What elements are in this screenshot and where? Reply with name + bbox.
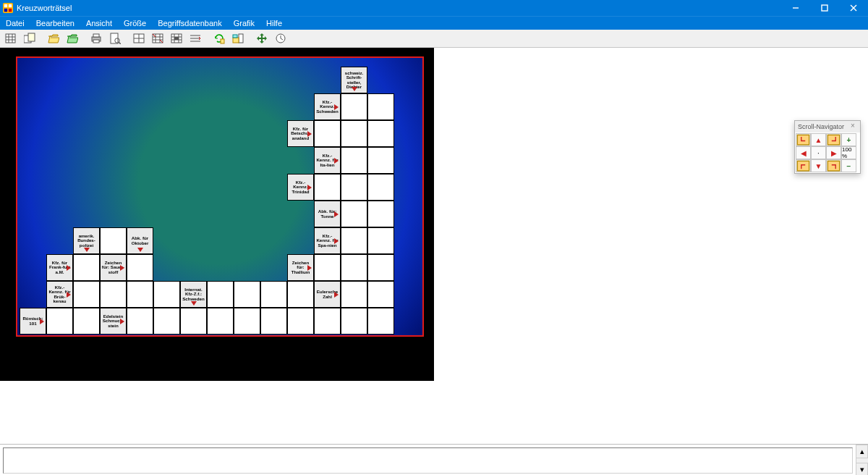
crossword-cell[interactable]	[314, 120, 341, 147]
crossword-cell[interactable]	[367, 174, 394, 201]
crossword-cell[interactable]	[234, 281, 260, 308]
crossword-cell[interactable]	[314, 174, 341, 201]
crossword-clue[interactable]: Zeichen für: Sauer-stoff	[100, 254, 127, 281]
crossword-cell[interactable]	[127, 281, 153, 308]
tb-grid-mode-b[interactable]	[149, 30, 166, 47]
nav-center[interactable]: ·	[811, 146, 826, 159]
crossword-clue[interactable]: Eulersche Zahl	[314, 281, 341, 308]
tb-save[interactable]	[64, 30, 81, 47]
scroll-down-button[interactable]: ▾	[856, 463, 868, 475]
nav-topright[interactable]	[826, 133, 841, 146]
crossword-cell[interactable]	[127, 254, 153, 281]
crossword-cell[interactable]	[234, 308, 260, 335]
crossword-cell[interactable]	[341, 254, 367, 281]
nav-left[interactable]: ◀	[796, 146, 811, 159]
menu-bearbeiten[interactable]: Bearbeiten	[30, 17, 80, 30]
crossword-clue[interactable]: Zeichen für: Thallium	[287, 254, 314, 281]
crossword-cell[interactable]	[367, 308, 394, 335]
crossword-cell[interactable]	[341, 281, 367, 308]
nav-zoom-out[interactable]: −	[841, 159, 856, 172]
crossword-cell[interactable]	[180, 308, 207, 335]
crossword-clue[interactable]: Internat. Kfz-Z.f.: Schweden	[180, 281, 207, 308]
tb-view-db[interactable]	[229, 30, 247, 47]
crossword-clue[interactable]: Kfz.-Kennz. für Spa-nien	[314, 227, 341, 254]
crossword-cell[interactable]	[341, 227, 367, 254]
crossword-clue[interactable]: amerik. Bundes-polizei	[73, 227, 100, 254]
crossword-cell[interactable]	[341, 174, 367, 201]
crossword-cell[interactable]	[100, 281, 127, 308]
menu-hilfe[interactable]: Hilfe	[260, 17, 288, 30]
crossword-cell[interactable]	[367, 120, 394, 147]
crossword-cell[interactable]	[367, 93, 394, 120]
crossword-cell[interactable]	[100, 227, 127, 254]
crossword-cell[interactable]	[73, 308, 100, 335]
crossword-clue[interactable]: schweiz. Schrift-steller, Dichter	[341, 67, 367, 93]
tb-print[interactable]	[88, 30, 105, 47]
crossword-cell[interactable]	[367, 227, 394, 254]
crossword-cell[interactable]	[153, 308, 180, 335]
nav-up[interactable]: ▲	[811, 133, 826, 146]
crossword-cell[interactable]	[367, 254, 394, 281]
scroll-navigator[interactable]: Scroll-Navigator × ▲ + ◀ · ▶ 100 % ▼ −	[794, 120, 861, 174]
nav-zoom-in[interactable]: +	[841, 133, 856, 146]
crossword-clue[interactable]: Kfz. für Frank-furt a.M.	[46, 254, 73, 281]
crossword-clue[interactable]: Kfz.-Kennz. für Ita-lien	[314, 147, 341, 174]
tb-grid-new[interactable]	[2, 30, 20, 47]
crossword-clue[interactable]: Kfz.-Kennz. Schweden	[314, 93, 341, 120]
crossword-cell[interactable]	[207, 281, 234, 308]
menu-grafik[interactable]: Grafik	[228, 17, 260, 30]
crossword-grid[interactable]: schweiz. Schrift-steller, DichterKfz.-Ke…	[16, 56, 424, 337]
status-input[interactable]	[3, 447, 853, 474]
crossword-cell[interactable]	[260, 281, 287, 308]
tb-grid-mode-c[interactable]	[168, 30, 185, 47]
tb-grid-sheet[interactable]	[21, 30, 38, 47]
scroll-navigator-title[interactable]: Scroll-Navigator ×	[795, 121, 860, 133]
tb-open[interactable]	[45, 30, 62, 47]
crossword-cell[interactable]	[260, 308, 287, 335]
crossword-cell[interactable]	[341, 93, 367, 120]
crossword-cell[interactable]	[127, 308, 153, 335]
crossword-clue[interactable]: Kfz. für Betschu-analand	[287, 120, 314, 147]
crossword-clue[interactable]: Kfz.-Kennz. für Brük-kenau	[46, 281, 73, 308]
maximize-button[interactable]	[810, 0, 839, 16]
crossword-cell[interactable]	[46, 308, 73, 335]
close-button[interactable]	[839, 0, 868, 16]
tb-arrows-tool[interactable]	[253, 30, 271, 47]
nav-topleft[interactable]	[796, 133, 811, 146]
crossword-cell[interactable]	[73, 281, 100, 308]
crossword-cell[interactable]	[287, 308, 314, 335]
crossword-cell[interactable]	[314, 308, 341, 335]
puzzle-canvas[interactable]: schweiz. Schrift-steller, DichterKfz.-Ke…	[0, 48, 434, 381]
crossword-cell[interactable]	[341, 147, 367, 174]
tb-refresh-db[interactable]	[210, 30, 228, 47]
crossword-cell[interactable]	[153, 281, 180, 308]
menu-ansicht[interactable]: Ansicht	[80, 17, 118, 30]
scroll-navigator-close[interactable]: ×	[848, 122, 857, 131]
crossword-cell[interactable]	[367, 281, 394, 308]
nav-bottomright[interactable]	[826, 159, 841, 172]
tb-grid-options[interactable]	[187, 30, 204, 47]
tb-clock[interactable]	[272, 30, 289, 47]
tb-grid-mode-a[interactable]	[130, 30, 148, 47]
status-scrollbar[interactable]: ▴ ▾	[856, 445, 868, 475]
crossword-cell[interactable]	[341, 201, 367, 227]
menu-groesse[interactable]: Größe	[118, 17, 152, 30]
nav-bottomleft[interactable]	[796, 159, 811, 172]
nav-right[interactable]: ▶	[826, 146, 841, 159]
scroll-up-button[interactable]: ▴	[856, 445, 868, 458]
menu-datei[interactable]: Datei	[0, 17, 30, 30]
crossword-cell[interactable]	[207, 308, 234, 335]
crossword-cell[interactable]	[73, 254, 100, 281]
crossword-cell[interactable]	[367, 147, 394, 174]
crossword-clue[interactable]: Abk. für Oktober	[127, 227, 153, 254]
crossword-cell[interactable]	[341, 120, 367, 147]
crossword-clue[interactable]: Abk. für: Tonne	[314, 201, 341, 227]
crossword-clue[interactable]: Edelstein Schmuck-stein	[100, 308, 127, 335]
crossword-clue[interactable]: Kfz.-Kennz. Trinidad	[287, 174, 314, 201]
tb-print-preview[interactable]	[106, 30, 124, 47]
crossword-cell[interactable]	[341, 308, 367, 335]
menu-begriffsdatenbank[interactable]: Begriffsdatenbank	[152, 17, 227, 30]
nav-down[interactable]: ▼	[811, 159, 826, 172]
crossword-cell[interactable]	[314, 254, 341, 281]
crossword-clue[interactable]: Römisch: 101	[20, 308, 46, 335]
